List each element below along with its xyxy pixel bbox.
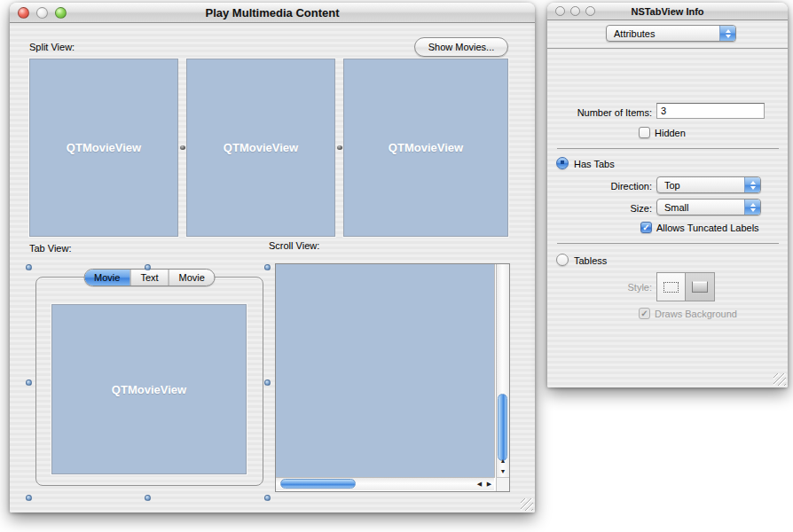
tab-view-label: Tab View: — [29, 243, 72, 254]
scroll-up-icon[interactable]: ▲ — [497, 456, 509, 466]
close-button[interactable] — [555, 6, 565, 16]
tab-content-movie-view[interactable]: QTMovieView — [51, 304, 247, 474]
close-button[interactable] — [18, 7, 29, 19]
style-borderless-button[interactable] — [657, 273, 686, 301]
draws-background-label: Draws Background — [655, 309, 737, 319]
scroll-content-area[interactable] — [276, 264, 495, 478]
hidden-label: Hidden — [655, 128, 686, 138]
divider — [547, 48, 788, 49]
selection-handle[interactable] — [264, 264, 271, 270]
inspector-titlebar[interactable]: NSTabView Info — [547, 3, 788, 20]
splitter-divider[interactable] — [335, 59, 343, 237]
checkmark-icon: ✓ — [642, 223, 649, 232]
vertical-scrollbar[interactable]: ▲ ▼ — [496, 264, 509, 477]
style-label: Style: — [547, 282, 652, 293]
hidden-checkbox[interactable] — [639, 127, 650, 138]
tab-strip: Movie Text Movie — [83, 269, 216, 286]
direction-popup[interactable]: Top — [656, 176, 761, 193]
scroll-view: ▲ ▼ ◀ ▶ — [275, 263, 510, 492]
tab-movie-2[interactable]: Movie — [169, 270, 215, 286]
popup-value: Attributes — [607, 28, 719, 39]
scroll-view-label: Scroll View: — [269, 240, 319, 251]
horizontal-scroll-thumb[interactable] — [280, 479, 356, 489]
allows-truncated-labels-label: Allows Tuncated Labels — [656, 223, 759, 233]
split-pane-movie-2[interactable]: QTMovieView — [186, 59, 335, 237]
selection-handle[interactable] — [145, 264, 151, 270]
tab-text[interactable]: Text — [130, 270, 169, 286]
has-tabs-radio[interactable] — [556, 157, 569, 169]
style-bezel-button[interactable] — [686, 273, 714, 301]
horizontal-scrollbar[interactable]: ◀ ▶ — [276, 477, 494, 490]
split-view-label: Split View: — [29, 42, 75, 52]
number-of-items-field[interactable] — [656, 103, 765, 119]
draws-background-checkbox[interactable]: ✓ — [639, 308, 650, 319]
divider — [557, 148, 779, 149]
minimize-button[interactable] — [36, 7, 48, 19]
has-tabs-label: Has Tabs — [574, 159, 615, 169]
selection-handle[interactable] — [26, 379, 32, 386]
dotted-border-icon — [663, 282, 679, 293]
qtmovieview-label: QTMovieView — [67, 141, 141, 154]
split-pane-movie-1[interactable]: QTMovieView — [29, 59, 178, 237]
scroll-left-icon[interactable]: ◀ — [475, 478, 484, 490]
tab-movie-1[interactable]: Movie — [84, 270, 130, 286]
inspector-window: NSTabView Info Attributes Number of Item… — [547, 3, 788, 387]
tabless-radio[interactable] — [556, 254, 569, 266]
splitter-handle-icon — [180, 145, 185, 150]
main-window-titlebar[interactable]: Play Multimedia Content — [10, 3, 535, 23]
vertical-scroll-thumb[interactable] — [498, 394, 507, 461]
tab-view: Movie Text Movie QTMovieView — [35, 277, 263, 486]
split-pane-movie-3[interactable]: QTMovieView — [343, 59, 508, 237]
size-popup[interactable]: Small — [656, 199, 761, 215]
checkmark-icon: ✓ — [640, 309, 648, 318]
zoom-button[interactable] — [585, 6, 595, 16]
qtmovieview-label: QTMovieView — [389, 141, 463, 154]
allows-truncated-labels-checkbox[interactable]: ✓ — [640, 222, 652, 233]
tabless-label: Tabless — [574, 255, 607, 266]
resize-grip-icon[interactable] — [521, 498, 533, 511]
popup-arrows-icon — [744, 200, 760, 215]
popup-value: Top — [657, 180, 744, 191]
selection-handle[interactable] — [264, 495, 271, 501]
size-label: Size: — [547, 203, 652, 214]
qtmovieview-label: QTMovieView — [112, 383, 186, 396]
divider — [557, 243, 779, 244]
minimize-button[interactable] — [570, 6, 580, 16]
selection-handle[interactable] — [264, 379, 271, 386]
scroll-down-icon[interactable]: ▼ — [497, 466, 509, 476]
qtmovieview-label: QTMovieView — [224, 141, 298, 154]
popup-arrows-icon — [719, 26, 735, 41]
splitter-handle-icon — [337, 145, 342, 150]
style-segmented-control — [656, 272, 715, 301]
splitter-divider[interactable] — [178, 59, 186, 237]
split-view: QTMovieView QTMovieView QTMovieView — [29, 59, 508, 237]
number-of-items-label: Number of Items: — [547, 107, 652, 118]
resize-grip-icon[interactable] — [773, 373, 786, 386]
selection-handle[interactable] — [145, 495, 151, 501]
show-movies-button[interactable]: Show Movies... — [414, 37, 508, 57]
zoom-button[interactable] — [55, 7, 67, 19]
inspector-pane-popup[interactable]: Attributes — [606, 25, 736, 42]
selection-handle[interactable] — [26, 264, 32, 270]
scrollbar-corner — [496, 477, 509, 491]
popup-value: Small — [657, 202, 744, 213]
desktop: Play Multimedia Content Split View: Show… — [0, 0, 793, 532]
direction-label: Direction: — [547, 181, 652, 192]
window-title: Play Multimedia Content — [10, 6, 535, 20]
selection-handle[interactable] — [26, 495, 32, 501]
scroll-right-icon[interactable]: ▶ — [484, 478, 494, 490]
main-window: Play Multimedia Content Split View: Show… — [10, 3, 535, 512]
popup-arrows-icon — [744, 177, 760, 192]
bezel-border-icon — [692, 281, 708, 293]
